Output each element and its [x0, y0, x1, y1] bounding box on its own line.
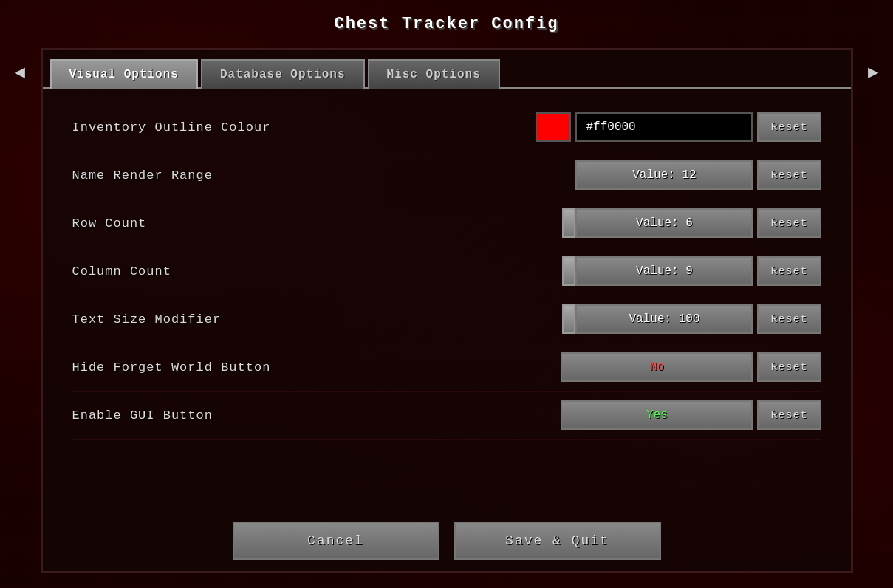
slider-thumb-row-count[interactable] [562, 208, 575, 238]
label-enable-gui-button: Enable GUI Button [72, 408, 561, 423]
bottom-bar: Cancel Save & Quit [43, 510, 851, 571]
reset-btn-inventory-outline-colour[interactable]: Reset [757, 112, 821, 142]
slider-column-count: Value: 9 [562, 256, 753, 286]
control-enable-gui-button: Yes Reset [561, 400, 821, 430]
setting-row-enable-gui-button: Enable GUI Button Yes Reset [72, 392, 821, 440]
toggle-value-enable-gui-button: Yes [646, 408, 668, 422]
value-display-row-count[interactable]: Value: 6 [575, 208, 753, 238]
reset-btn-row-count[interactable]: Reset [757, 208, 821, 238]
label-hide-forget-world-button: Hide Forget World Button [72, 360, 561, 375]
reset-btn-column-count[interactable]: Reset [757, 256, 821, 286]
tab-misc[interactable]: Misc Options [368, 59, 500, 89]
setting-row-text-size-modifier: Text Size Modifier Value: 100 Reset [72, 295, 821, 343]
label-name-render-range: Name Render Range [72, 168, 576, 182]
setting-row-inventory-outline-colour: Inventory Outline Colour Reset [72, 103, 821, 151]
toggle-hide-forget-world-button[interactable]: No [561, 352, 753, 382]
color-text-input[interactable] [575, 112, 753, 142]
slider-thumb-text-size-modifier[interactable] [562, 304, 575, 334]
label-inventory-outline-colour: Inventory Outline Colour [72, 120, 536, 134]
toggle-value-hide-forget-world-button: No [650, 360, 664, 374]
setting-row-name-render-range: Name Render Range Value: 12 Reset [72, 151, 821, 199]
slider-name-render-range: Value: 12 [575, 160, 753, 190]
control-name-render-range: Value: 12 Reset [575, 160, 821, 190]
slider-row-count: Value: 6 [562, 208, 753, 238]
label-column-count: Column Count [72, 264, 563, 278]
reset-btn-text-size-modifier[interactable]: Reset [757, 304, 821, 334]
main-container: Chest Tracker Config ◀ ▶ Visual Options … [0, 0, 893, 588]
color-swatch[interactable] [536, 112, 571, 142]
slider-thumb-column-count[interactable] [562, 256, 575, 286]
page-title: Chest Tracker Config [334, 15, 558, 33]
tabs-row: Visual Options Database Options Misc Opt… [43, 50, 851, 87]
reset-btn-hide-forget-world-button[interactable]: Reset [757, 352, 821, 382]
main-panel: Visual Options Database Options Misc Opt… [41, 48, 853, 573]
panel-wrapper: ◀ ▶ Visual Options Database Options Misc… [41, 48, 853, 573]
control-row-count: Value: 6 Reset [562, 208, 821, 238]
control-inventory-outline-colour: Reset [536, 112, 821, 142]
reset-btn-name-render-range[interactable]: Reset [757, 160, 821, 190]
control-hide-forget-world-button: No Reset [561, 352, 821, 382]
cancel-button[interactable]: Cancel [233, 522, 439, 560]
value-display-name-render-range[interactable]: Value: 12 [575, 160, 753, 190]
nav-arrow-left[interactable]: ◀ [15, 61, 25, 83]
toggle-enable-gui-button[interactable]: Yes [561, 400, 753, 430]
label-text-size-modifier: Text Size Modifier [72, 312, 563, 327]
save-quit-button[interactable]: Save & Quit [454, 522, 661, 560]
setting-row-row-count: Row Count Value: 6 Reset [72, 199, 821, 247]
setting-row-column-count: Column Count Value: 9 Reset [72, 247, 821, 295]
content-area: Inventory Outline Colour Reset Name Rend… [43, 87, 851, 510]
nav-arrow-right[interactable]: ▶ [868, 61, 878, 83]
tab-visual[interactable]: Visual Options [50, 59, 198, 89]
setting-row-hide-forget-world-button: Hide Forget World Button No Reset [72, 343, 821, 392]
label-row-count: Row Count [72, 216, 563, 230]
value-display-column-count[interactable]: Value: 9 [575, 256, 753, 286]
value-display-text-size-modifier[interactable]: Value: 100 [575, 304, 753, 334]
control-text-size-modifier: Value: 100 Reset [562, 304, 821, 334]
control-column-count: Value: 9 Reset [562, 256, 821, 286]
tab-database[interactable]: Database Options [201, 59, 365, 89]
slider-text-size-modifier: Value: 100 [562, 304, 753, 334]
reset-btn-enable-gui-button[interactable]: Reset [757, 400, 821, 430]
